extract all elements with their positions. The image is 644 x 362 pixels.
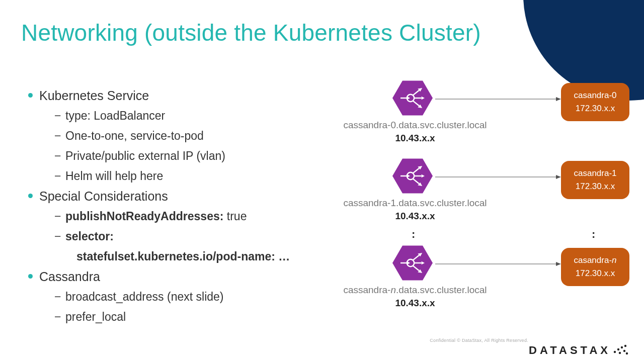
- copyright-text: Confidential © DataStax, All Rights Rese…: [430, 338, 629, 343]
- svg-point-36: [614, 351, 616, 353]
- diagram-row: casandra-0 172.30.x.x cassandra-0.data.s…: [332, 80, 634, 151]
- network-diagram: casandra-0 172.30.x.x cassandra-0.data.s…: [332, 80, 634, 342]
- bullet-text: Cassandra: [39, 269, 100, 284]
- node-ip: 172.30.x.x: [565, 102, 625, 115]
- key-value: true: [223, 210, 247, 223]
- svg-point-40: [619, 352, 621, 354]
- arrow-icon: [435, 97, 561, 101]
- key-label: selector:: [65, 230, 114, 243]
- bullet-cassandra: Cassandra broadcast_address (next slide)…: [28, 266, 310, 327]
- service-hexagon-icon: [392, 245, 433, 283]
- bullet-k8s-service: Kubernetes Service type: LoadBalancer On…: [28, 85, 310, 186]
- arrow-icon: [435, 175, 561, 179]
- logo-dots-icon: [612, 344, 629, 355]
- vertical-ellipsis: :: [592, 228, 595, 241]
- page-title: Networking (outside the Kubernetes Clust…: [21, 19, 481, 46]
- svg-marker-0: [392, 81, 433, 116]
- service-dns: cassandra-n.data.svc.cluster.local: [332, 284, 498, 297]
- node-name: casandra-1: [565, 167, 625, 180]
- node-box: casandra-1 172.30.x.x: [561, 161, 629, 199]
- diagram-row: casandra-1 172.30.x.x cassandra-1.data.s…: [332, 158, 634, 229]
- bullet-text: Special Considerations: [39, 189, 168, 203]
- sub-bullet: One-to-one, service-to-pod: [54, 126, 310, 146]
- svg-point-37: [617, 348, 619, 350]
- bullet-special: Special Considerations publishNotReadyAd…: [28, 186, 310, 266]
- service-hexagon-icon: [392, 80, 433, 118]
- service-dns: cassandra-1.data.svc.cluster.local: [332, 197, 498, 210]
- service-ip: 10.43.x.x: [332, 297, 498, 310]
- key-label: publishNotReadyAddresses:: [65, 210, 223, 223]
- service-ip: 10.43.x.x: [332, 132, 498, 145]
- sub-bullet: publishNotReadyAddresses: true: [54, 206, 310, 226]
- svg-marker-11: [556, 97, 561, 101]
- svg-point-38: [621, 346, 623, 348]
- node-ip: 172.30.x.x: [565, 267, 625, 280]
- selector-value: statefulset.kubernetes.io/pod-name: …: [76, 246, 310, 266]
- svg-point-39: [624, 345, 626, 347]
- sub-bullet: type: LoadBalancer: [54, 106, 310, 126]
- bullet-text: Kubernetes Service: [39, 88, 149, 103]
- svg-marker-24: [392, 246, 433, 281]
- sub-bullet: Private/public external IP (vlan): [54, 146, 310, 166]
- service-dns: cassandra-0.data.svc.cluster.local: [332, 119, 498, 132]
- bullet-content: Kubernetes Service type: LoadBalancer On…: [28, 85, 310, 327]
- sub-bullet: broadcast_address (next slide): [54, 287, 310, 307]
- sub-bullet: Helm will help here: [54, 166, 310, 186]
- svg-marker-35: [556, 262, 561, 266]
- service-hexagon-icon: [392, 158, 433, 196]
- service-label: cassandra-0.data.svc.cluster.local 10.43…: [332, 119, 498, 145]
- service-label: cassandra-1.data.svc.cluster.local 10.43…: [332, 197, 498, 223]
- node-box: casandra-0 172.30.x.x: [561, 83, 629, 121]
- logo-text: DATASTAX: [529, 344, 611, 356]
- datastax-logo: DATASTAX: [430, 344, 629, 357]
- diagram-row: casandra-n 172.30.x.x cassandra-n.data.s…: [332, 245, 634, 316]
- slide: Networking (outside the Kubernetes Clust…: [0, 0, 644, 362]
- svg-marker-23: [556, 175, 561, 179]
- node-name: casandra-n: [565, 254, 625, 267]
- arrow-icon: [435, 262, 561, 266]
- node-box: casandra-n 172.30.x.x: [561, 248, 629, 286]
- vertical-ellipsis: :: [412, 228, 415, 241]
- sub-bullet: prefer_local: [54, 307, 310, 327]
- node-name: casandra-0: [565, 89, 625, 102]
- node-ip: 172.30.x.x: [565, 180, 625, 193]
- service-ip: 10.43.x.x: [332, 210, 498, 223]
- svg-marker-12: [392, 159, 433, 194]
- service-label: cassandra-n.data.svc.cluster.local 10.43…: [332, 284, 498, 310]
- svg-point-42: [626, 352, 628, 354]
- footer: Confidential © DataStax, All Rights Rese…: [430, 338, 629, 357]
- sub-bullet: selector: statefulset.kubernetes.io/pod-…: [54, 226, 310, 266]
- svg-point-41: [623, 350, 625, 352]
